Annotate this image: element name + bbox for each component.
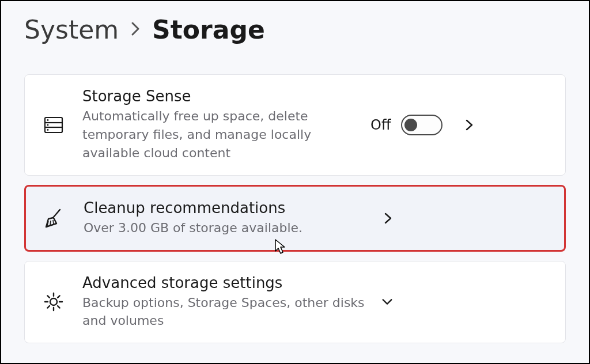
storage-sense-card[interactable]: Storage Sense Automatically free up spac…: [24, 74, 566, 176]
svg-point-5: [47, 129, 49, 131]
storage-sense-toggle[interactable]: [401, 115, 442, 135]
chevron-down-icon[interactable]: [381, 295, 394, 308]
svg-line-18: [58, 296, 60, 298]
breadcrumb-parent[interactable]: System: [24, 15, 119, 44]
svg-point-4: [47, 124, 49, 126]
page-title: Storage: [152, 15, 265, 44]
svg-line-9: [53, 220, 54, 224]
svg-line-16: [58, 306, 60, 309]
storage-icon: [41, 112, 66, 138]
advanced-storage-card[interactable]: Advanced storage settings Backup options…: [24, 261, 566, 344]
storage-sense-description: Automatically free up space, delete temp…: [82, 107, 370, 162]
breadcrumb: System Storage: [1, 1, 589, 54]
svg-line-6: [53, 210, 60, 218]
svg-line-15: [47, 296, 50, 298]
svg-line-17: [47, 306, 50, 309]
cleanup-title: Cleanup recommendations: [84, 199, 372, 217]
cleanup-description: Over 3.00 GB of storage available.: [84, 219, 372, 237]
svg-point-10: [50, 298, 57, 305]
toggle-state-label: Off: [370, 117, 391, 133]
gear-icon: [41, 289, 66, 314]
svg-point-3: [47, 119, 49, 121]
chevron-right-icon: [130, 18, 141, 41]
advanced-title: Advanced storage settings: [82, 274, 370, 291]
broom-icon: [42, 206, 67, 231]
toggle-knob: [404, 119, 417, 131]
storage-sense-title: Storage Sense: [82, 88, 370, 105]
svg-line-8: [50, 221, 51, 225]
advanced-description: Backup options, Storage Spaces, other di…: [82, 294, 370, 331]
chevron-right-icon[interactable]: [463, 119, 476, 131]
cleanup-recommendations-card[interactable]: Cleanup recommendations Over 3.00 GB of …: [24, 185, 566, 252]
chevron-right-icon[interactable]: [382, 212, 395, 225]
